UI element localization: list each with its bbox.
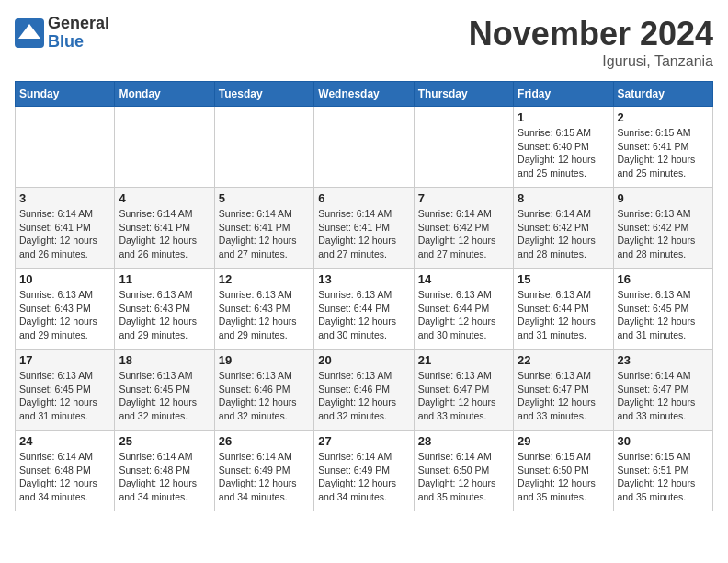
- day-info: Sunrise: 6:14 AM Sunset: 6:41 PM Dayligh…: [219, 207, 310, 261]
- calendar: SundayMondayTuesdayWednesdayThursdayFrid…: [15, 81, 713, 511]
- day-info: Sunrise: 6:14 AM Sunset: 6:41 PM Dayligh…: [318, 207, 409, 261]
- calendar-cell: 15Sunrise: 6:13 AM Sunset: 6:44 PM Dayli…: [514, 269, 613, 350]
- logo-general: General: [48, 15, 109, 33]
- calendar-cell: 21Sunrise: 6:13 AM Sunset: 6:47 PM Dayli…: [414, 350, 513, 431]
- day-number: 6: [318, 191, 409, 205]
- calendar-cell: 11Sunrise: 6:13 AM Sunset: 6:43 PM Dayli…: [115, 269, 214, 350]
- day-number: 18: [119, 353, 210, 367]
- day-info: Sunrise: 6:14 AM Sunset: 6:49 PM Dayligh…: [219, 450, 310, 504]
- calendar-cell: 16Sunrise: 6:13 AM Sunset: 6:45 PM Dayli…: [613, 269, 712, 350]
- logo-text: General Blue: [48, 15, 109, 52]
- day-number: 7: [418, 191, 509, 205]
- day-number: 15: [518, 272, 609, 286]
- day-number: 11: [119, 272, 210, 286]
- calendar-cell: 26Sunrise: 6:14 AM Sunset: 6:49 PM Dayli…: [214, 431, 313, 511]
- calendar-cell: 10Sunrise: 6:13 AM Sunset: 6:43 PM Dayli…: [16, 269, 115, 350]
- day-number: 3: [19, 191, 110, 205]
- day-info: Sunrise: 6:13 AM Sunset: 6:44 PM Dayligh…: [518, 288, 609, 342]
- logo-blue: Blue: [48, 33, 109, 52]
- day-number: 28: [418, 434, 509, 448]
- day-info: Sunrise: 6:13 AM Sunset: 6:44 PM Dayligh…: [318, 288, 409, 342]
- weekday-header: Saturday: [613, 82, 712, 107]
- day-info: Sunrise: 6:13 AM Sunset: 6:46 PM Dayligh…: [219, 369, 310, 423]
- calendar-cell: 25Sunrise: 6:14 AM Sunset: 6:48 PM Dayli…: [115, 431, 214, 511]
- day-info: Sunrise: 6:13 AM Sunset: 6:43 PM Dayligh…: [119, 288, 210, 342]
- day-info: Sunrise: 6:14 AM Sunset: 6:50 PM Dayligh…: [418, 450, 509, 504]
- day-number: 26: [219, 434, 310, 448]
- calendar-cell: 17Sunrise: 6:13 AM Sunset: 6:45 PM Dayli…: [16, 350, 115, 431]
- weekday-header: Monday: [115, 82, 214, 107]
- calendar-cell: 9Sunrise: 6:13 AM Sunset: 6:42 PM Daylig…: [613, 188, 712, 269]
- day-number: 4: [119, 191, 210, 205]
- day-info: Sunrise: 6:13 AM Sunset: 6:46 PM Dayligh…: [318, 369, 409, 423]
- day-info: Sunrise: 6:13 AM Sunset: 6:45 PM Dayligh…: [119, 369, 210, 423]
- calendar-cell: 18Sunrise: 6:13 AM Sunset: 6:45 PM Dayli…: [115, 350, 214, 431]
- day-info: Sunrise: 6:13 AM Sunset: 6:47 PM Dayligh…: [418, 369, 509, 423]
- day-info: Sunrise: 6:13 AM Sunset: 6:43 PM Dayligh…: [219, 288, 310, 342]
- calendar-cell: 20Sunrise: 6:13 AM Sunset: 6:46 PM Dayli…: [314, 350, 414, 431]
- calendar-cell: 8Sunrise: 6:14 AM Sunset: 6:42 PM Daylig…: [514, 188, 613, 269]
- weekday-header: Wednesday: [314, 82, 414, 107]
- day-number: 23: [618, 353, 709, 367]
- day-number: 16: [618, 272, 709, 286]
- day-info: Sunrise: 6:14 AM Sunset: 6:42 PM Dayligh…: [418, 207, 509, 261]
- day-info: Sunrise: 6:13 AM Sunset: 6:42 PM Dayligh…: [618, 207, 709, 261]
- calendar-cell: 5Sunrise: 6:14 AM Sunset: 6:41 PM Daylig…: [214, 188, 313, 269]
- day-number: 2: [618, 110, 709, 124]
- day-number: 29: [518, 434, 609, 448]
- day-number: 27: [318, 434, 409, 448]
- day-info: Sunrise: 6:15 AM Sunset: 6:51 PM Dayligh…: [618, 450, 709, 504]
- day-number: 21: [418, 353, 509, 367]
- day-number: 24: [19, 434, 110, 448]
- calendar-cell: 3Sunrise: 6:14 AM Sunset: 6:41 PM Daylig…: [16, 188, 115, 269]
- day-info: Sunrise: 6:13 AM Sunset: 6:44 PM Dayligh…: [418, 288, 509, 342]
- calendar-week-row: 24Sunrise: 6:14 AM Sunset: 6:48 PM Dayli…: [16, 431, 713, 511]
- day-info: Sunrise: 6:13 AM Sunset: 6:43 PM Dayligh…: [19, 288, 110, 342]
- location: Igurusi, Tanzania: [469, 53, 713, 70]
- calendar-week-row: 17Sunrise: 6:13 AM Sunset: 6:45 PM Dayli…: [16, 350, 713, 431]
- day-number: 30: [618, 434, 709, 448]
- calendar-cell: [16, 107, 115, 188]
- calendar-cell: 7Sunrise: 6:14 AM Sunset: 6:42 PM Daylig…: [414, 188, 513, 269]
- day-number: 12: [219, 272, 310, 286]
- title-block: November 2024 Igurusi, Tanzania: [469, 15, 713, 70]
- day-number: 14: [418, 272, 509, 286]
- weekday-header-row: SundayMondayTuesdayWednesdayThursdayFrid…: [16, 82, 713, 107]
- calendar-cell: 13Sunrise: 6:13 AM Sunset: 6:44 PM Dayli…: [314, 269, 414, 350]
- month-title: November 2024: [469, 15, 713, 53]
- day-number: 19: [219, 353, 310, 367]
- day-info: Sunrise: 6:14 AM Sunset: 6:41 PM Dayligh…: [19, 207, 110, 261]
- day-info: Sunrise: 6:14 AM Sunset: 6:41 PM Dayligh…: [119, 207, 210, 261]
- calendar-cell: 23Sunrise: 6:14 AM Sunset: 6:47 PM Dayli…: [613, 350, 712, 431]
- calendar-cell: 22Sunrise: 6:13 AM Sunset: 6:47 PM Dayli…: [514, 350, 613, 431]
- day-number: 9: [618, 191, 709, 205]
- calendar-cell: 1Sunrise: 6:15 AM Sunset: 6:40 PM Daylig…: [514, 107, 613, 188]
- day-info: Sunrise: 6:14 AM Sunset: 6:42 PM Dayligh…: [518, 207, 609, 261]
- day-info: Sunrise: 6:13 AM Sunset: 6:47 PM Dayligh…: [518, 369, 609, 423]
- day-info: Sunrise: 6:14 AM Sunset: 6:47 PM Dayligh…: [618, 369, 709, 423]
- calendar-cell: 2Sunrise: 6:15 AM Sunset: 6:41 PM Daylig…: [613, 107, 712, 188]
- calendar-cell: [314, 107, 414, 188]
- weekday-header: Friday: [514, 82, 613, 107]
- day-number: 25: [119, 434, 210, 448]
- weekday-header: Thursday: [414, 82, 513, 107]
- weekday-header: Sunday: [16, 82, 115, 107]
- day-info: Sunrise: 6:13 AM Sunset: 6:45 PM Dayligh…: [618, 288, 709, 342]
- calendar-cell: 6Sunrise: 6:14 AM Sunset: 6:41 PM Daylig…: [314, 188, 414, 269]
- day-info: Sunrise: 6:14 AM Sunset: 6:48 PM Dayligh…: [19, 450, 110, 504]
- calendar-cell: [414, 107, 513, 188]
- page-header: General Blue November 2024 Igurusi, Tanz…: [15, 15, 713, 70]
- logo-icon: [15, 18, 44, 48]
- calendar-cell: 27Sunrise: 6:14 AM Sunset: 6:49 PM Dayli…: [314, 431, 414, 511]
- calendar-cell: 28Sunrise: 6:14 AM Sunset: 6:50 PM Dayli…: [414, 431, 513, 511]
- calendar-cell: 30Sunrise: 6:15 AM Sunset: 6:51 PM Dayli…: [613, 431, 712, 511]
- day-number: 22: [518, 353, 609, 367]
- day-number: 17: [19, 353, 110, 367]
- calendar-week-row: 3Sunrise: 6:14 AM Sunset: 6:41 PM Daylig…: [16, 188, 713, 269]
- day-number: 1: [518, 110, 609, 124]
- day-number: 5: [219, 191, 310, 205]
- calendar-cell: [214, 107, 313, 188]
- logo: General Blue: [15, 15, 109, 52]
- calendar-cell: 29Sunrise: 6:15 AM Sunset: 6:50 PM Dayli…: [514, 431, 613, 511]
- calendar-cell: 4Sunrise: 6:14 AM Sunset: 6:41 PM Daylig…: [115, 188, 214, 269]
